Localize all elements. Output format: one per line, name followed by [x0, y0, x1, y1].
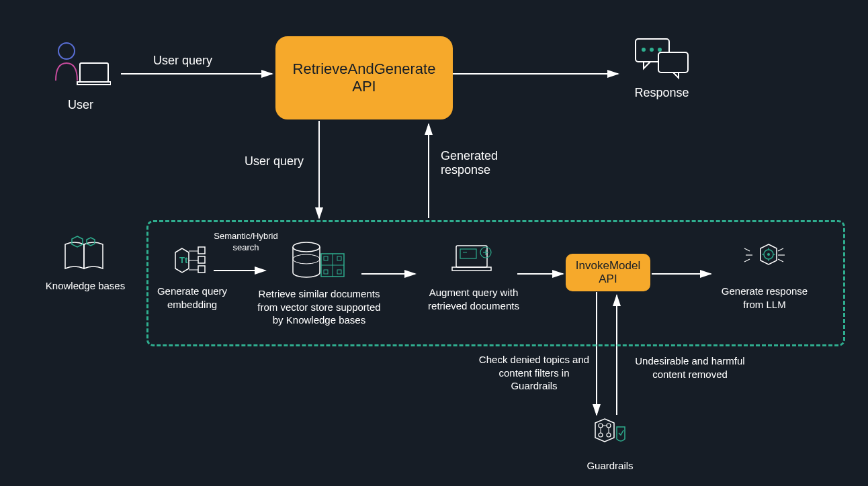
- svg-point-15: [650, 48, 654, 52]
- svg-point-27: [293, 242, 320, 252]
- gen-response-node: Generate response from LLM: [711, 239, 818, 311]
- svg-rect-11: [80, 63, 108, 82]
- svg-rect-35: [337, 270, 341, 274]
- svg-rect-12: [77, 82, 111, 85]
- knowledge-bases-label: Knowledge bases: [35, 279, 136, 293]
- user-node: User: [44, 40, 118, 112]
- svg-point-58: [607, 424, 611, 428]
- retrieve-docs-node: Retrieve similar documents from vector s…: [249, 239, 390, 327]
- svg-line-50: [744, 248, 750, 251]
- retrieve-docs-label: Retrieve similar documents from vector s…: [249, 287, 390, 327]
- svg-point-16: [658, 48, 662, 52]
- gen-response-label: Generate response from LLM: [711, 285, 818, 311]
- response-label: Response: [621, 86, 702, 100]
- svg-rect-33: [337, 256, 341, 260]
- svg-text:Tt: Tt: [179, 255, 188, 265]
- svg-rect-34: [324, 270, 328, 274]
- retrieve-generate-api-box: RetrieveAndGenerate API: [275, 36, 453, 119]
- check-denied-label: Check denied topics and content filters …: [470, 353, 598, 393]
- chat-icon: [632, 35, 692, 82]
- svg-rect-17: [658, 52, 688, 72]
- svg-marker-56: [595, 419, 614, 442]
- svg-point-10: [58, 43, 75, 59]
- gear-sparkle-icon: [738, 239, 791, 281]
- arrow-label-user-query-down: User query: [245, 154, 304, 168]
- svg-point-28: [293, 254, 320, 264]
- svg-point-14: [642, 48, 646, 52]
- svg-rect-21: [198, 247, 205, 254]
- svg-point-60: [607, 433, 611, 437]
- guardrails-node: Guardrails: [570, 416, 650, 473]
- svg-point-45: [767, 253, 770, 256]
- svg-rect-38: [460, 249, 476, 258]
- augment-node: Augment query with retrieved documents: [417, 240, 531, 312]
- augment-label: Augment query with retrieved documents: [417, 286, 531, 312]
- svg-point-57: [599, 424, 603, 428]
- svg-rect-23: [198, 266, 205, 273]
- svg-rect-37: [452, 267, 491, 271]
- svg-rect-22: [198, 256, 205, 263]
- guardrails-label: Guardrails: [570, 459, 650, 473]
- svg-line-53: [778, 248, 783, 251]
- undesirable-label: Undesirable and harmful content removed: [626, 354, 754, 381]
- arrow-label-generated-response: Generated response: [441, 149, 498, 177]
- svg-rect-32: [324, 256, 328, 260]
- book-icon: [58, 235, 112, 275]
- invoke-model-api-box: InvokeModel API: [566, 254, 650, 291]
- user-icon: [50, 40, 111, 94]
- database-icon: [289, 239, 349, 283]
- guardrails-icon: [586, 416, 634, 455]
- response-node: Response: [621, 35, 702, 100]
- knowledge-bases-node: Knowledge bases: [35, 235, 136, 293]
- svg-marker-19: [87, 238, 95, 246]
- laptop-icon: [447, 240, 501, 282]
- svg-line-55: [778, 259, 783, 262]
- svg-point-59: [599, 433, 603, 437]
- svg-line-52: [744, 259, 750, 262]
- svg-marker-18: [72, 236, 83, 247]
- arrow-label-user-query: User query: [153, 54, 212, 68]
- user-label: User: [44, 98, 118, 112]
- gen-embedding-label: Generate query embedding: [152, 285, 232, 311]
